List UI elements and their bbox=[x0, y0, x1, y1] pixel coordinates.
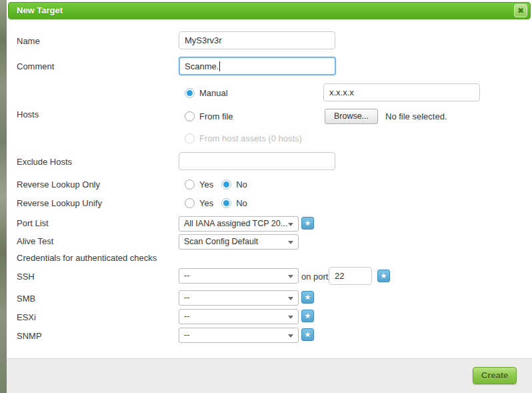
reverse-lookup-only-yes-radio[interactable] bbox=[185, 179, 195, 189]
smb-credential-select[interactable]: -- bbox=[179, 290, 299, 306]
reverse-lookup-only-group: Yes No bbox=[185, 177, 247, 191]
reverse-lookup-unify-yes-radio[interactable] bbox=[185, 198, 195, 208]
reverse-lookup-only-yes-label: Yes bbox=[199, 179, 213, 189]
text-caret bbox=[219, 61, 220, 71]
manual-radio[interactable] bbox=[185, 88, 195, 98]
from-file-radio[interactable] bbox=[185, 111, 195, 121]
exclude-hosts-input[interactable] bbox=[179, 152, 335, 170]
chevron-down-icon bbox=[288, 275, 293, 278]
smb-credential-select-value: -- bbox=[184, 293, 189, 302]
hosts-from-file-option: From file bbox=[185, 109, 233, 123]
dialog-titlebar: New Target ✖ bbox=[8, 2, 531, 19]
from-assets-radio-label: From host assets (0 hosts) bbox=[199, 133, 302, 143]
reverse-lookup-unify-yes-label: Yes bbox=[199, 198, 213, 208]
chevron-down-icon bbox=[288, 241, 293, 244]
new-ssh-credential-button[interactable]: ★ bbox=[377, 270, 390, 282]
port-list-label: Port List bbox=[17, 218, 49, 229]
dialog-footer: Create bbox=[7, 358, 532, 393]
reverse-lookup-unify-group: Yes No bbox=[185, 195, 247, 210]
dialog-title: New Target bbox=[17, 3, 63, 19]
hosts-label: Hosts bbox=[17, 109, 39, 120]
new-target-dialog: New Target ✖ Name Comment Scanme. Hosts … bbox=[7, 0, 532, 393]
ssh-credential-select[interactable]: -- bbox=[179, 268, 299, 284]
reverse-lookup-only-no-radio[interactable] bbox=[221, 179, 231, 189]
snmp-credential-select-value: -- bbox=[184, 330, 189, 340]
comment-input-value: Scanme. bbox=[185, 61, 219, 71]
create-button[interactable]: Create bbox=[473, 367, 517, 384]
snmp-credential-select[interactable]: -- bbox=[179, 328, 299, 343]
name-input[interactable] bbox=[179, 31, 335, 49]
file-status-text: No file selected. bbox=[385, 111, 447, 121]
reverse-lookup-only-no-label: No bbox=[236, 179, 247, 189]
new-smb-credential-button[interactable]: ★ bbox=[301, 291, 314, 304]
star-icon: ★ bbox=[305, 293, 311, 301]
esxi-credential-select[interactable]: -- bbox=[179, 309, 299, 324]
from-assets-radio bbox=[185, 133, 195, 143]
chevron-down-icon bbox=[288, 297, 293, 300]
manual-hosts-input[interactable] bbox=[323, 83, 480, 101]
comment-input[interactable]: Scanme. bbox=[179, 57, 336, 75]
chevron-down-icon bbox=[288, 334, 293, 338]
ssh-port-input[interactable] bbox=[329, 267, 372, 285]
new-esxi-credential-button[interactable]: ★ bbox=[301, 310, 314, 322]
close-icon[interactable]: ✖ bbox=[514, 4, 527, 17]
esxi-credential-select-value: -- bbox=[184, 312, 189, 321]
port-list-select[interactable]: All IANA assigned TCP 20... bbox=[179, 216, 299, 232]
browse-button[interactable]: Browse... bbox=[325, 109, 378, 124]
reverse-lookup-unify-label: Reverse Lookup Unify bbox=[17, 198, 102, 209]
name-label: Name bbox=[17, 35, 40, 47]
new-port-list-button[interactable]: ★ bbox=[301, 217, 314, 230]
exclude-hosts-label: Exclude Hosts bbox=[17, 156, 72, 167]
hosts-manual-option: Manual bbox=[185, 85, 228, 100]
reverse-lookup-unify-no-radio[interactable] bbox=[221, 198, 231, 208]
ssh-credential-select-value: -- bbox=[184, 271, 189, 280]
credentials-heading: Credentials for authenticated checks bbox=[17, 252, 157, 264]
alive-test-select[interactable]: Scan Config Default bbox=[179, 234, 299, 250]
snmp-label: SNMP bbox=[17, 330, 42, 342]
ssh-on-port-label: on port bbox=[301, 271, 328, 282]
alive-test-select-value: Scan Config Default bbox=[184, 237, 258, 246]
from-file-radio-label: From file bbox=[199, 111, 233, 121]
star-icon: ★ bbox=[305, 219, 311, 227]
chevron-down-icon bbox=[288, 223, 293, 226]
new-snmp-credential-button[interactable]: ★ bbox=[301, 328, 314, 341]
ssh-label: SSH bbox=[17, 271, 35, 282]
reverse-lookup-unify-no-label: No bbox=[236, 198, 247, 208]
hosts-from-assets-option: From host assets (0 hosts) bbox=[185, 131, 302, 145]
star-icon: ★ bbox=[305, 312, 311, 320]
reverse-lookup-only-label: Reverse Lookup Only bbox=[17, 179, 100, 190]
star-icon: ★ bbox=[305, 330, 311, 338]
smb-label: SMB bbox=[17, 293, 35, 304]
comment-label: Comment bbox=[17, 61, 54, 72]
port-list-select-value: All IANA assigned TCP 20... bbox=[184, 219, 287, 228]
esxi-label: ESXi bbox=[17, 312, 36, 323]
star-icon: ★ bbox=[381, 272, 387, 280]
alive-test-label: Alive Test bbox=[17, 236, 53, 247]
chevron-down-icon bbox=[288, 316, 293, 319]
manual-radio-label: Manual bbox=[199, 88, 228, 98]
